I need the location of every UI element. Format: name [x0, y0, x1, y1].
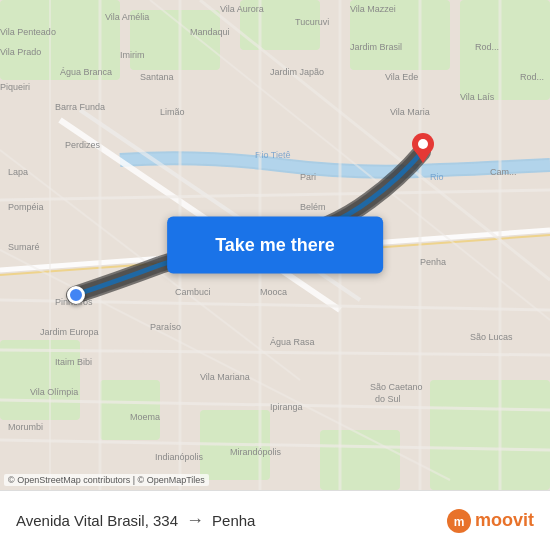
svg-text:Tucuruvi: Tucuruvi: [295, 17, 329, 27]
svg-text:Vila Penteado: Vila Penteado: [0, 27, 56, 37]
svg-text:Jardim Europa: Jardim Europa: [40, 327, 99, 337]
svg-text:Mooca: Mooca: [260, 287, 287, 297]
svg-text:Cam...: Cam...: [490, 167, 517, 177]
svg-text:Jardim Brasil: Jardim Brasil: [350, 42, 402, 52]
svg-text:Paraíso: Paraíso: [150, 322, 181, 332]
footer: Avenida Vital Brasil, 334 → Penha m moov…: [0, 490, 550, 550]
svg-text:Lapa: Lapa: [8, 167, 28, 177]
svg-text:Vila Maria: Vila Maria: [390, 107, 430, 117]
svg-text:Perdizes: Perdizes: [65, 140, 101, 150]
footer-route: Avenida Vital Brasil, 334 → Penha: [16, 510, 255, 531]
svg-text:do Sul: do Sul: [375, 394, 401, 404]
svg-text:Jardim Japão: Jardim Japão: [270, 67, 324, 77]
svg-text:Água Branca: Água Branca: [60, 67, 112, 77]
svg-rect-7: [100, 380, 160, 440]
svg-text:Pari: Pari: [300, 172, 316, 182]
svg-text:Itaim Bibi: Itaim Bibi: [55, 357, 92, 367]
moovit-logo: m moovit: [447, 509, 534, 533]
svg-text:Vila Amélia: Vila Amélia: [105, 12, 149, 22]
svg-rect-9: [320, 430, 400, 490]
svg-text:Penha: Penha: [420, 257, 446, 267]
svg-text:Piqueiri: Piqueiri: [0, 82, 30, 92]
map-container: Rio Rio Tietê Lapa Pomp: [0, 0, 550, 490]
take-me-there-button[interactable]: Take me there: [167, 217, 383, 274]
svg-point-82: [418, 139, 428, 149]
svg-text:Vila Mazzei: Vila Mazzei: [350, 4, 396, 14]
moovit-icon: m: [447, 509, 471, 533]
svg-text:Rod...: Rod...: [520, 72, 544, 82]
svg-text:Rio: Rio: [430, 172, 444, 182]
svg-text:Indianópolis: Indianópolis: [155, 452, 204, 462]
svg-text:Cambuci: Cambuci: [175, 287, 211, 297]
svg-text:Mandaqui: Mandaqui: [190, 27, 230, 37]
svg-text:Ipiranga: Ipiranga: [270, 402, 303, 412]
footer-arrow: →: [186, 510, 204, 531]
footer-origin: Avenida Vital Brasil, 334: [16, 512, 178, 529]
footer-route-info: Avenida Vital Brasil, 334 → Penha: [16, 510, 255, 531]
map-attribution: © OpenStreetMap contributors | © OpenMap…: [4, 474, 209, 486]
footer-destination: Penha: [212, 512, 255, 529]
svg-text:Vila Olímpia: Vila Olímpia: [30, 387, 78, 397]
svg-text:Santana: Santana: [140, 72, 174, 82]
moovit-brand-text: moovit: [475, 510, 534, 531]
svg-rect-5: [460, 0, 550, 100]
svg-text:Pompéia: Pompéia: [8, 202, 44, 212]
svg-text:m: m: [454, 515, 465, 529]
svg-text:Moema: Moema: [130, 412, 160, 422]
svg-text:Sumaré: Sumaré: [8, 242, 40, 252]
svg-text:Limão: Limão: [160, 107, 185, 117]
svg-text:São Lucas: São Lucas: [470, 332, 513, 342]
svg-text:Rod...: Rod...: [475, 42, 499, 52]
svg-text:Vila Aurora: Vila Aurora: [220, 4, 264, 14]
svg-text:São Caetano: São Caetano: [370, 382, 423, 392]
svg-text:Vila Laís: Vila Laís: [460, 92, 495, 102]
svg-text:Barra Funda: Barra Funda: [55, 102, 105, 112]
svg-text:Mirandópolis: Mirandópolis: [230, 447, 282, 457]
svg-marker-81: [415, 151, 431, 163]
destination-marker: [412, 133, 434, 167]
svg-text:Vila Prado: Vila Prado: [0, 47, 41, 57]
svg-text:Água Rasa: Água Rasa: [270, 337, 315, 347]
svg-text:Vila Ede: Vila Ede: [385, 72, 418, 82]
origin-marker: [67, 286, 85, 304]
svg-text:Morumbi: Morumbi: [8, 422, 43, 432]
svg-text:Vila Mariana: Vila Mariana: [200, 372, 250, 382]
svg-rect-10: [430, 380, 550, 490]
svg-text:Belém: Belém: [300, 202, 326, 212]
svg-text:Imirim: Imirim: [120, 50, 145, 60]
